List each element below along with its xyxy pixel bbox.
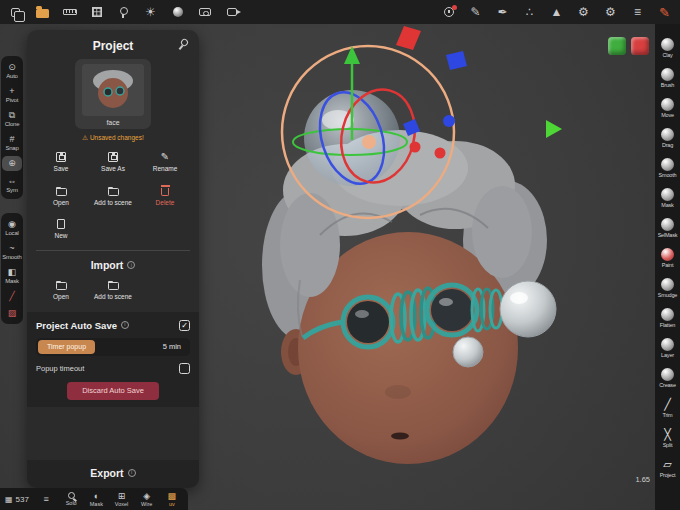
tool-layer[interactable]: Layer [655, 333, 680, 363]
tool-trim[interactable]: ╱Trim [655, 393, 680, 423]
crease-sphere-icon [661, 368, 674, 381]
import-add-icon [108, 282, 119, 290]
tool-clay[interactable]: Clay [655, 33, 680, 63]
interface-gear-icon[interactable]: ⚙ [599, 2, 622, 22]
topology-grid-icon[interactable] [85, 2, 108, 22]
export-info-icon[interactable] [128, 469, 136, 477]
files-folder-icon[interactable] [31, 2, 54, 22]
measure-icon[interactable] [58, 2, 81, 22]
scene-pages-icon[interactable] [4, 2, 27, 22]
tool-mask[interactable]: Mask [655, 183, 680, 213]
voxel-toggle[interactable]: ⊞Voxel [110, 491, 132, 507]
popup-timeout-row: Popup timeout [36, 363, 190, 374]
clay-sphere-icon [661, 38, 674, 51]
voxel-icon: ⊞ [118, 491, 126, 501]
save-button[interactable]: Save [35, 152, 87, 172]
clone-button[interactable]: ⧉Clone [2, 108, 22, 129]
local-icon: ◉ [8, 219, 16, 229]
zoom-indicator: 1.65 [635, 475, 650, 484]
material-sphere-icon[interactable] [166, 2, 189, 22]
red-cube-button[interactable] [631, 37, 649, 55]
trim-knife-icon: ╱ [664, 398, 671, 411]
tool-drag[interactable]: Drag [655, 123, 680, 153]
rename-button[interactable]: ✎Rename [139, 152, 191, 172]
timer-popup-row: Timer popup 5 min [36, 338, 190, 356]
tool-smooth[interactable]: Smooth [655, 153, 680, 183]
project-name-label: face [106, 119, 119, 126]
airbrush-icon[interactable]: ∴ [518, 2, 541, 22]
tool-paint[interactable]: Paint [655, 243, 680, 273]
tool-flatten[interactable]: Flatten [655, 303, 680, 333]
gizmo-icon: ⊕ [8, 158, 16, 168]
discard-autosave-button[interactable]: Discard Auto Save [67, 382, 159, 400]
add-to-scene-button[interactable]: Add to scene [87, 185, 139, 206]
symmetry-button[interactable]: ⇔Sym [2, 174, 22, 195]
left-strip-group-2: ◉Local ~Smooth ◧Mask ╱ ▨ [1, 213, 23, 324]
solo-toggle[interactable]: Solo [60, 492, 82, 506]
autosave-info-icon[interactable] [121, 321, 129, 329]
info-icon[interactable] [127, 261, 135, 269]
import-actions-grid: Open Add to scene [27, 279, 199, 300]
green-cube-button[interactable] [608, 37, 626, 55]
tool-selmask[interactable]: SelMask [655, 213, 680, 243]
timer-popup-button[interactable]: Timer popup [38, 340, 95, 354]
gizmo-center-handle[interactable] [362, 135, 376, 149]
gizmo-mode-button[interactable]: ⊕ [2, 156, 22, 171]
popup-timeout-checkbox[interactable] [179, 363, 190, 374]
pen-icon[interactable]: ✒ [491, 2, 514, 22]
tool-split[interactable]: ╳Split [655, 423, 680, 453]
unsaved-changes-warning: Unsaved changes! [27, 134, 199, 142]
tool-project[interactable]: ▱Project [655, 453, 680, 483]
gizmo-red-plane-handle[interactable] [396, 26, 421, 50]
smooth-sphere-icon [661, 158, 674, 171]
smudge-sphere-icon [661, 278, 674, 291]
new-button[interactable]: New [35, 219, 87, 239]
mask-view-toggle[interactable]: ◐Mask [85, 491, 107, 507]
smooth-toggle-button[interactable]: ~Smooth [2, 241, 22, 262]
settings-gear-icon[interactable]: ⚙ [572, 2, 595, 22]
pencil-icon[interactable]: ✎ [464, 2, 487, 22]
local-button[interactable]: ◉Local [2, 217, 22, 238]
tool-move[interactable]: Move [655, 93, 680, 123]
open-button[interactable]: Open [35, 185, 87, 206]
divider [36, 250, 190, 251]
auto-button[interactable]: ⊙Auto [2, 60, 22, 81]
project-thumbnail-card[interactable]: face [75, 59, 151, 129]
autosave-interval-value[interactable]: 5 min [163, 342, 188, 351]
gizmo-x-arrow[interactable] [546, 120, 562, 138]
record-timer-icon[interactable] [437, 2, 460, 22]
tool-crease[interactable]: Crease [655, 363, 680, 393]
uv-toggle[interactable]: ▩uv [161, 491, 183, 507]
save-as-button[interactable]: Save As [87, 152, 139, 172]
snap-button[interactable]: #Snap [2, 132, 22, 153]
export-section[interactable]: Export [27, 460, 199, 488]
mask-toggle-button[interactable]: ◧Mask [2, 265, 22, 286]
stylus-pressure-icon[interactable]: ✎ [653, 2, 676, 22]
bottom-status-bar: ▦ 537 ≡ Solo ◐Mask ⊞Voxel ◈Wire ▩uv [0, 488, 188, 510]
pivot-button[interactable]: +Pivot [2, 84, 22, 105]
wireframe-toggle[interactable]: ◈Wire [136, 491, 158, 507]
pivot-icon: + [9, 86, 14, 96]
save-icon [56, 152, 66, 162]
menu-icon[interactable]: ≡ [626, 2, 649, 22]
lighting-icon[interactable] [112, 2, 135, 22]
camera-icon[interactable] [193, 2, 216, 22]
tool-smudge[interactable]: Smudge [655, 273, 680, 303]
tool-brush[interactable]: Brush [655, 63, 680, 93]
delete-button[interactable]: Delete [139, 185, 191, 206]
render-video-icon[interactable] [220, 2, 243, 22]
layer-sphere-icon [661, 338, 674, 351]
project-panel-header: Project [27, 30, 199, 57]
autosave-checkbox[interactable] [179, 320, 190, 331]
import-open-button[interactable]: Open [35, 279, 87, 300]
environment-sun-icon[interactable]: ☀ [139, 2, 162, 22]
layers-button[interactable]: ≡ [35, 494, 57, 504]
left-tool-strip: ⊙Auto +Pivot ⧉Clone #Snap ⊕ ⇔Sym ◉Local … [1, 56, 23, 324]
gizmo-blue-plane-handle[interactable] [446, 51, 467, 70]
project-plane-icon: ▱ [663, 458, 671, 471]
topbar-left-group: ☀ [4, 2, 243, 22]
smudge-icon[interactable]: ▲ [545, 2, 568, 22]
stroke-falloff-button[interactable]: ▨ [2, 306, 22, 320]
falloff-button[interactable]: ╱ [2, 289, 22, 303]
import-add-to-scene-button[interactable]: Add to scene [87, 279, 139, 300]
